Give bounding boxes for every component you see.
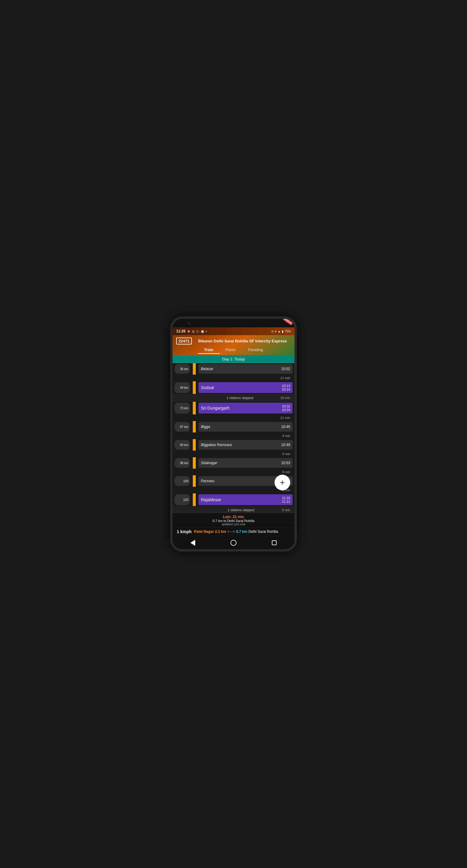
camera-dot bbox=[188, 322, 190, 324]
tab-train[interactable]: Train bbox=[198, 346, 219, 354]
station-content[interactable]: Belasar 10:02 bbox=[199, 364, 293, 374]
late-text: Late: 22 min bbox=[176, 515, 291, 519]
orange-line bbox=[193, 457, 196, 469]
arrival-time: 11:10 bbox=[282, 496, 290, 500]
orange-line bbox=[193, 421, 196, 433]
station-name: Sri Dungargarh bbox=[201, 406, 230, 410]
station-name: Biggabas Ramsara bbox=[201, 443, 232, 447]
arrival-time: 10:13 bbox=[282, 384, 290, 388]
km-label: 73 km bbox=[174, 403, 190, 413]
table-row: 98 km Sitalnagar 10:53 bbox=[173, 457, 294, 469]
station-name: Belasar bbox=[201, 367, 213, 371]
recent-icon bbox=[272, 540, 276, 545]
station-name: Rajaldesar bbox=[201, 497, 221, 502]
station-content[interactable]: Sitalnagar 10:53 bbox=[199, 458, 293, 468]
table-row: 120 Rajaldesar 11:10 11:12 bbox=[173, 493, 294, 506]
timeline-col bbox=[190, 439, 199, 451]
fab-button[interactable]: + bbox=[274, 475, 290, 490]
timeline-col bbox=[190, 363, 199, 375]
day-banner: Day 1: Today bbox=[173, 355, 294, 363]
table-row: 87 km Bigga 10:45 bbox=[173, 421, 294, 433]
time-pair: 10:32 10:34 bbox=[282, 404, 290, 412]
updated-text: updated: just now bbox=[176, 523, 291, 526]
plus-icon: + bbox=[280, 478, 285, 487]
station-name: Parsneu bbox=[201, 479, 214, 483]
schedule-container[interactable]: 36 km Belasar 10:02 11 min 49 km bbox=[173, 363, 294, 513]
from-station: Patel Nagar bbox=[194, 530, 214, 534]
departure-time: 10:34 bbox=[282, 408, 290, 412]
from-km: 2.2 km bbox=[215, 530, 226, 534]
train-name: Bikaner Delhi Sarai Rohilla SF Intercity… bbox=[194, 339, 291, 343]
departure-time: 11:12 bbox=[282, 500, 290, 503]
skip-label: 1 stations skipped bbox=[199, 508, 282, 512]
km-label: 49 km bbox=[174, 382, 190, 393]
gap-label: 4 min bbox=[199, 434, 294, 438]
table-row: 49 km Sudsar 10:13 10:14 bbox=[173, 381, 294, 394]
skip-row: 1 stations skipped 9 min bbox=[173, 506, 294, 513]
gap-label: 11 min bbox=[199, 416, 294, 420]
skip-row: 1 stations skipped 18 min bbox=[173, 394, 294, 402]
wifi-icon: ▾ bbox=[275, 330, 276, 333]
timeline-col bbox=[190, 402, 199, 414]
station-time: 10:45 bbox=[281, 425, 290, 429]
tab-fresh[interactable]: Fresh bbox=[220, 346, 242, 354]
tab-trending[interactable]: Trending bbox=[242, 346, 269, 354]
orange-line bbox=[193, 475, 196, 487]
status-time: 11:26 bbox=[176, 329, 185, 333]
speed-bar: 1 kmph Patel Nagar 2.2 km <---> 0.7 km D… bbox=[173, 527, 294, 536]
nav-bar bbox=[173, 536, 294, 549]
home-icon bbox=[231, 540, 236, 546]
phone-frame: 11:26 ⊕ ◎ ▷ ▣ • ⊙ ▾ ▲ ▮ 75% DEBUG 22471 … bbox=[170, 316, 297, 552]
header-row1: 22471 Bikaner Delhi Sarai Rohilla SF Int… bbox=[176, 338, 291, 344]
skip-time: 9 min bbox=[282, 508, 294, 512]
timeline-col bbox=[190, 421, 199, 433]
battery-percent: 75% bbox=[285, 330, 291, 333]
skip-label: 1 stations skipped bbox=[199, 396, 280, 400]
arrival-time: 10:32 bbox=[282, 404, 290, 408]
station-content[interactable]: Sri Dungargarh 10:32 10:34 bbox=[199, 403, 293, 413]
to-station: Delhi Sarai Rohilla bbox=[248, 530, 278, 534]
whatsapp-icon: ◎ bbox=[192, 330, 195, 333]
train-number-badge: 22471 bbox=[176, 338, 192, 344]
status-bar: 11:26 ⊕ ◎ ▷ ▣ • ⊙ ▾ ▲ ▮ 75% DEBUG bbox=[173, 327, 294, 335]
to-km: 0.7 km bbox=[236, 530, 247, 534]
km-label: 87 km bbox=[174, 422, 190, 432]
back-icon bbox=[191, 540, 195, 546]
station-time: 10:49 bbox=[281, 443, 290, 447]
gap-row: 11 min bbox=[173, 375, 294, 381]
station-content[interactable]: Sudsar 10:13 10:14 bbox=[199, 382, 293, 393]
station-name: Bigga bbox=[201, 425, 210, 429]
km-label: 109 bbox=[174, 476, 190, 486]
gap-label: 4 min bbox=[199, 452, 294, 456]
gap-row: 4 min bbox=[173, 451, 294, 457]
back-button[interactable] bbox=[187, 537, 198, 548]
gap-row: 11 min bbox=[173, 414, 294, 421]
station-name: Sudsar bbox=[201, 385, 214, 390]
timeline-col bbox=[190, 457, 199, 469]
departure-time: 10:14 bbox=[282, 388, 290, 391]
orange-line bbox=[193, 363, 196, 375]
orange-line bbox=[193, 381, 196, 394]
app-header: 22471 Bikaner Delhi Sarai Rohilla SF Int… bbox=[173, 335, 294, 355]
distance-text: 0.7 km to Delhi Sarai Rohilla bbox=[176, 519, 291, 523]
station-content[interactable]: Bigga 10:45 bbox=[199, 422, 293, 432]
gap-row: 4 min bbox=[173, 433, 294, 439]
screen: 11:26 ⊕ ◎ ▷ ▣ • ⊙ ▾ ▲ ▮ 75% DEBUG 22471 … bbox=[173, 327, 294, 549]
dot-icon: • bbox=[206, 330, 207, 333]
recent-button[interactable] bbox=[269, 537, 280, 548]
status-right-icons: ⊙ ▾ ▲ ▮ 75% bbox=[271, 330, 291, 333]
time-pair: 10:13 10:14 bbox=[282, 384, 290, 391]
home-button[interactable] bbox=[228, 537, 239, 548]
bottom-status: Late: 22 min 0.7 km to Delhi Sarai Rohil… bbox=[173, 513, 294, 527]
station-content[interactable]: Biggabas Ramsara 10:49 bbox=[199, 440, 293, 450]
orange-line bbox=[193, 493, 196, 506]
signal-icon: ▲ bbox=[278, 330, 281, 333]
tabs-row: Train Fresh Trending bbox=[176, 346, 291, 354]
orange-line bbox=[193, 439, 196, 451]
gap-row: 9 min bbox=[173, 469, 294, 475]
skip-time: 18 min bbox=[280, 396, 294, 400]
speed-value: 1 kmph bbox=[177, 529, 192, 534]
station-content[interactable]: Rajaldesar 11:10 11:12 bbox=[199, 494, 293, 505]
station-time: 10:53 bbox=[281, 461, 290, 465]
globe-icon: ⊕ bbox=[187, 330, 190, 333]
